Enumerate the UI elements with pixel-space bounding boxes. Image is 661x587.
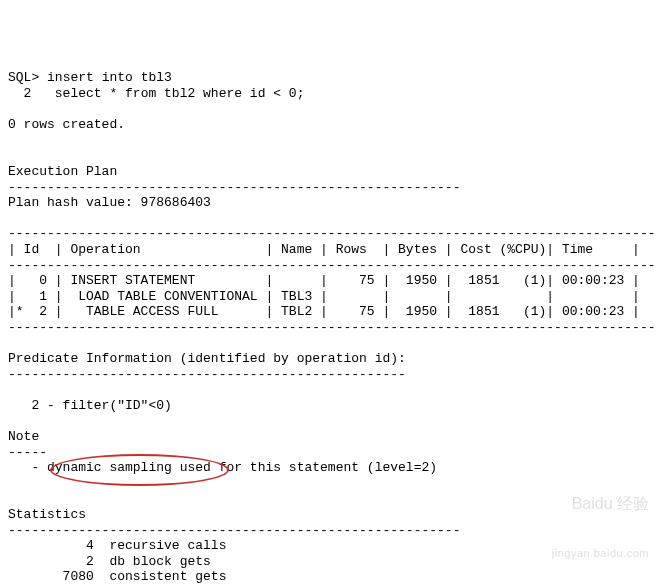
execution-plan-title: Execution Plan [8,164,117,179]
stat-value: 7080 [8,569,94,584]
stat-value: 2 [8,554,94,569]
plan-row: |* 2 | TABLE ACCESS FULL | TBL2 | 75 | 1… [8,304,640,319]
plan-row: | 0 | INSERT STATEMENT | | 75 | 1950 | 1… [8,273,640,288]
sql-prompt: SQL> [8,70,39,85]
divider: ----------------------------------------… [8,180,460,195]
plan-divider: ----------------------------------------… [8,226,656,241]
divider: ----------------------------------------… [8,523,460,538]
sql-line1: insert into tbl3 [47,70,172,85]
predicate-divider: ----------------------------------------… [8,367,406,382]
predicate-line: 2 - filter("ID"<0) [8,398,172,413]
predicate-title: Predicate Information (identified by ope… [8,351,406,366]
note-line: - dynamic sampling used for this stateme… [8,460,437,475]
stat-label: consistent gets [94,569,227,584]
sql-line2-num: 2 [8,86,39,101]
plan-divider: ----------------------------------------… [8,258,656,273]
note-title: Note [8,429,39,444]
rows-created: 0 rows created. [8,117,125,132]
plan-header: | Id | Operation | Name | Rows | Bytes |… [8,242,640,257]
stat-value: 4 [8,538,94,553]
plan-divider: ----------------------------------------… [8,320,656,335]
sql-line2: select * from tbl2 where id < 0; [39,86,304,101]
stat-label: recursive calls [94,538,227,553]
watermark-main: Baidu 经验 [552,495,649,513]
statistics-title: Statistics [8,507,86,522]
plan-row: | 1 | LOAD TABLE CONVENTIONAL | TBL3 | |… [8,289,640,304]
stat-label: db block gets [94,554,211,569]
watermark-sub: jingyan.baidu.com [552,547,649,559]
plan-hash: Plan hash value: 978686403 [8,195,211,210]
watermark: Baidu 经验 jingyan.baidu.com [552,459,649,577]
note-divider: ----- [8,445,47,460]
